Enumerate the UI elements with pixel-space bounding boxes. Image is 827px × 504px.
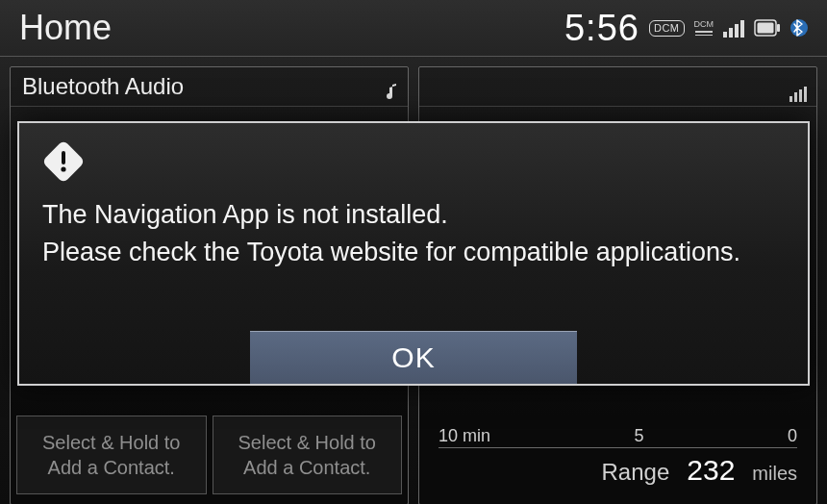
range-label: Range bbox=[602, 459, 670, 486]
info-panel-header bbox=[419, 67, 816, 107]
audio-panel-title: Bluetooth Audio bbox=[11, 67, 408, 107]
tick-label: 10 min bbox=[439, 426, 490, 446]
svg-rect-6 bbox=[799, 89, 802, 102]
contact-slot-2[interactable]: Select & Hold to Add a Contact. bbox=[213, 416, 403, 494]
svg-rect-7 bbox=[804, 87, 807, 102]
signal-icon bbox=[723, 18, 744, 38]
range-unit: miles bbox=[752, 463, 797, 485]
alert-dialog: The Navigation App is not installed. Ple… bbox=[17, 121, 810, 386]
tick-label: 0 bbox=[788, 426, 797, 446]
music-note-icon bbox=[383, 75, 398, 113]
contact-slot-1[interactable]: Select & Hold to Add a Contact. bbox=[16, 416, 207, 494]
range-row: Range 232 miles bbox=[439, 447, 797, 487]
dcm-sub-icon: DCM bbox=[694, 20, 714, 36]
status-bar: Home 5:56 DCM DCM bbox=[0, 0, 827, 57]
warning-icon bbox=[42, 140, 85, 183]
dcm-badge: DCM bbox=[649, 20, 685, 37]
fuel-tick-row: 10 min 5 0 bbox=[439, 426, 797, 446]
bluetooth-icon bbox=[790, 15, 808, 40]
ok-button[interactable]: OK bbox=[250, 331, 577, 384]
bars-icon bbox=[789, 75, 807, 113]
svg-point-10 bbox=[61, 166, 65, 171]
clock: 5:56 bbox=[564, 8, 639, 49]
alert-line-1: The Navigation App is not installed. bbox=[42, 196, 785, 234]
svg-rect-5 bbox=[794, 92, 797, 102]
tick-label: 5 bbox=[635, 426, 644, 446]
battery-icon bbox=[754, 19, 781, 37]
svg-rect-9 bbox=[62, 151, 65, 164]
range-value: 232 bbox=[687, 454, 735, 487]
home-button[interactable]: Home bbox=[19, 8, 112, 48]
alert-line-2: Please check the Toyota website for comp… bbox=[42, 234, 785, 271]
svg-rect-4 bbox=[789, 96, 792, 102]
svg-rect-2 bbox=[777, 24, 780, 32]
svg-rect-1 bbox=[758, 23, 774, 34]
